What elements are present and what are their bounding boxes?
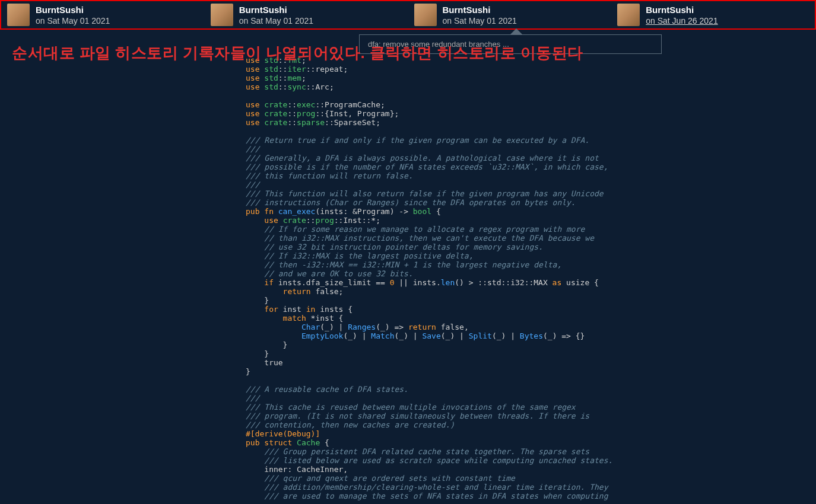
sep: :: [287,109,297,118]
sep: :: [362,216,372,225]
commit-meta: BurntSushion Sat May 01 2021 [443,5,517,25]
comment: // use 32 bit instruction pointer deltas… [246,243,543,251]
sep: :: [306,216,316,225]
type: Cache [297,438,320,447]
doc-comment: /// are used to manage the sets of NFA s… [246,492,608,500]
glob: * [371,216,376,225]
avatar [414,4,437,26]
blame-commit-item[interactable]: BurntSushion Sat May 01 2021 [408,1,612,28]
expr: (_) => {} [543,331,585,340]
sig: (insts: &Program) -> [315,207,412,216]
kw: use [246,65,259,74]
sep: :: [306,65,316,74]
expr: inst [278,305,306,314]
path: crate [264,109,287,118]
path: iter [287,65,306,74]
enum: EmptyLook [246,331,343,340]
kw: use [246,216,278,225]
doc-comment: /// contention, then new caches are crea… [246,420,455,429]
commit-date: on Sat May 01 2021 [36,16,110,25]
ident: SparseSet [334,118,376,127]
sep: :: [306,82,316,91]
kw: for [246,305,278,314]
expr: || insts. [394,278,440,287]
path: std [264,65,278,74]
blame-history-bar: BurntSushion Sat May 01 2021BurntSushion… [0,0,816,30]
blame-commit-item[interactable]: BurntSushion Sat May 01 2021 [1,1,205,28]
sep: ; [329,82,334,91]
commit-author: BurntSushi [239,5,313,15]
tooltip-arrow [510,28,522,34]
brace: } [246,367,250,376]
sep: ; [343,65,348,74]
doc-comment: /// qcur and qnext are ordered sets with… [246,474,515,483]
expr: (_) | [320,323,348,331]
commit-date: on Sat May 01 2021 [443,16,517,25]
field: inner: CacheInner, [246,465,348,474]
sep: ; [301,74,306,82]
path: crate [264,100,287,109]
comment: // If for some reason we manage to alloc… [246,225,585,234]
blame-commit-item[interactable]: BurntSushion Sat May 01 2021 [205,1,408,28]
commit-meta: BurntSushion Sat Jun 26 2021 [646,5,717,25]
doc-comment: /// program. (It is not shared simultane… [246,412,589,420]
comment: // If i32::MAX is the largest positive d… [246,251,474,260]
kw: pub [246,438,259,447]
path: std [264,74,278,82]
doc-comment: /// [246,145,259,154]
enum: Save [422,331,440,340]
expr: (_) | [492,331,520,340]
enum: Match [371,331,394,340]
doc-comment: /// instructions (Char or Ranges) since … [246,198,576,207]
comment: // and we are OK to use 32 bits. [246,269,413,278]
path: std [264,82,278,91]
sep: :: [315,109,325,118]
avatar [617,4,640,26]
commit-meta: BurntSushion Sat May 01 2021 [36,5,110,25]
enum: Char [246,323,320,331]
sep: :: [315,100,325,109]
path: crate [264,118,287,127]
expr: false; [311,287,344,296]
path: prog [297,109,315,118]
expr: (_) | [441,331,469,340]
doc-comment: /// possible is if the number of NFA sta… [246,162,608,171]
kw: use [246,109,259,118]
path: sync [287,82,306,91]
commit-author: BurntSushi [36,5,110,15]
kw: pub [246,207,259,216]
sep: :: [325,118,334,127]
expr: (_) | [343,331,371,340]
commit-author: BurntSushi [646,5,717,15]
comment: // than i32::MAX instructions, then we c… [246,234,594,243]
attr: #[derive(Debug)] [246,429,320,438]
commit-author: BurntSushi [443,5,517,15]
fn-name: can_exec [278,207,316,216]
enum: Ranges [348,323,376,331]
avatar [7,4,30,26]
doc-comment: /// [246,394,259,403]
expr: (_) => [376,323,408,331]
source-code: use std::fmt; use std::iter::repeat; use… [246,56,612,500]
sep: :: [278,74,288,82]
kw: return [246,287,311,296]
kw: if [246,278,274,287]
blame-commit-item[interactable]: BurntSushion Sat Jun 26 2021 [611,1,815,28]
enum: Bytes [520,331,543,340]
expr: insts.dfa_size_limit == [274,278,390,287]
kw: use [246,82,259,91]
kw: struct [264,438,292,447]
kw: use [246,118,259,127]
sep: :: [287,100,297,109]
doc-comment: /// Group persistent DFA related cache s… [246,447,589,456]
commit-date: on Sat May 01 2021 [239,16,313,25]
ident: ProgramCache [325,100,380,109]
brace: } [246,340,287,349]
doc-comment: /// Return true if and only if the given… [246,136,589,145]
kw: return [408,323,436,331]
sep: ; [376,118,380,127]
sep: ; [394,109,399,118]
comment: // then -i32::MAX == i32::MIN + 1 is the… [246,260,561,269]
expr: *inst { [306,314,344,323]
expr: insts { [315,305,353,314]
